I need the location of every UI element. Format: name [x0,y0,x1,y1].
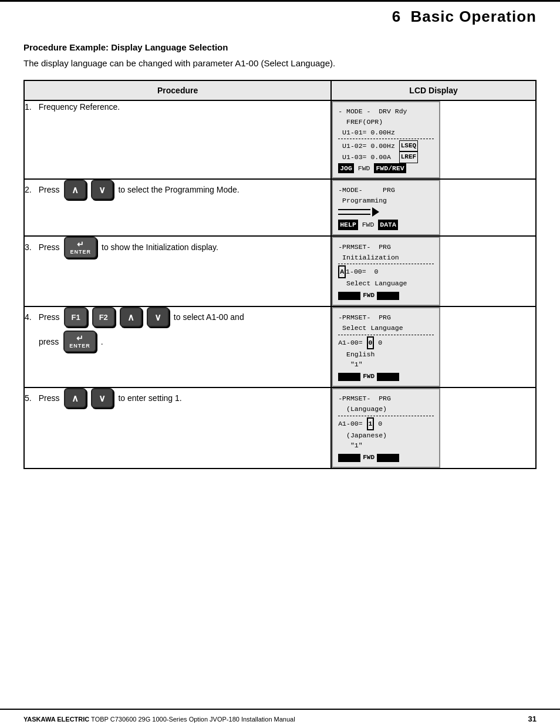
lcd-display-3: -PRMSET- PRG Initialization A1-00= 0 Sel… [332,237,440,306]
lcd-line: -PRMSET- PRG [338,312,434,323]
lcd-line: (Japanese) [338,430,434,441]
lcd-arrow-row [338,207,434,217]
lcd-divider [338,335,434,335]
lcd-display-2: -MODE- PRG Programming HELP FWD DATA [332,180,440,235]
step-2-procedure: 2. Press ∧ ∨ to select the Programming M… [24,179,331,235]
lcd-bottom: FWD [338,453,434,463]
lcd-line-graphic [338,209,370,210]
lcd-display-1: - MODE - DRV Rdy FREF(OPR) U1-01= 0.00Hz… [332,101,440,178]
procedure-table: Procedure LCD Display 1. Frequency Refer… [23,80,537,469]
lcd-line: A1-00= 0 0 [338,336,434,349]
lcd-fwd-text: FWD [363,372,375,382]
lcd-lines [338,209,370,215]
step-5-line: 5. Press ∧ ∨ to enter setting 1. [25,388,330,408]
step-3-text: to show the Initialization display. [102,241,218,254]
lcd-triangle-icon [372,207,379,217]
enter-key-2[interactable]: ↵ ENTER [63,331,96,352]
lcd-black-square [338,373,360,381]
step-1-procedure: 1. Frequency Reference. [24,100,331,179]
lcd-line: English [338,349,434,360]
enter-label: ENTER [70,249,91,255]
table-row: 3. Press ↵ ENTER to show the Initializat… [24,236,536,306]
up-arrow-key-3[interactable]: ∧ [64,388,86,408]
lcd-line: Select Language [338,323,434,333]
step-2-text: to select the Programming Mode. [118,184,239,196]
lcd-divider [338,416,434,416]
col-header-lcd: LCD Display [331,80,536,100]
lcd-line: -PRMSET- PRG [338,242,434,252]
lcd-line: A1-00= 0 [338,265,434,278]
down-arrow-key-2[interactable]: ∨ [147,307,169,327]
down-arrow-key-3[interactable]: ∨ [91,388,113,408]
footer-page-number: 31 [528,714,537,723]
lcd-divider [338,264,434,264]
step-5-text: to enter setting 1. [118,392,181,405]
step-3-press: Press [39,241,60,254]
up-arrow-key-2[interactable]: ∧ [120,307,142,327]
intro-text: The display language can be changed with… [23,58,537,68]
enter-key[interactable]: ↵ ENTER [64,237,97,258]
lcd-display-5: -PRMSET- PRG (Language) A1-00= 1 0 (Japa… [332,388,440,468]
table-row: 2. Press ∧ ∨ to select the Programming M… [24,179,536,235]
step-4-num: 4. [25,311,32,323]
lcd-fwd-text: FWD [363,291,375,301]
lcd-line: Initialization [338,252,434,263]
step-4-lcd: -PRMSET- PRG Select Language A1-00= 0 0 … [331,306,536,387]
lcd-line-graphic [338,214,370,215]
page-header: 6 Basic Operation [0,0,560,31]
lcd-line: -MODE- PRG [338,185,434,196]
col-header-procedure: Procedure [24,80,331,100]
page-title: 6 Basic Operation [392,8,537,26]
lcd-line: A1-00= 1 0 [338,417,434,430]
lcd-line: U1-02= 0.00Hz LSEQ [338,140,434,151]
lcd-black-square [338,454,360,462]
lcd-line: JOG FWD FWD/REV [338,163,434,174]
enter-arrow-icon-2: ↵ [76,334,83,342]
down-arrow-key[interactable]: ∨ [91,180,113,200]
lcd-line: Programming [338,196,434,206]
enter-label-2: ENTER [69,343,90,349]
lcd-black-square [338,292,360,300]
lcd-line: (Language) [338,404,434,414]
footer-company: YASKAWA ELECTRIC [23,716,89,723]
footer-doc: TOBP C730600 29G 1000-Series Option JVOP… [89,716,295,723]
step-1-num: 1. [25,101,32,113]
lcd-black-square [377,373,399,381]
step-4-text: to select A1-00 and [174,311,244,323]
step-3-num: 3. [25,241,32,254]
lcd-line: HELP FWD DATA [338,220,434,230]
lcd-display-4: -PRMSET- PRG Select Language A1-00= 0 0 … [332,307,440,387]
step-1-text: Frequency Reference. [39,101,120,113]
step-4-press2: press [39,337,59,346]
enter-arrow-icon: ↵ [77,240,84,248]
lcd-line: -PRMSET- PRG [338,393,434,404]
lcd-line: U1-01= 0.00Hz [338,127,434,138]
step-5-lcd: -PRMSET- PRG (Language) A1-00= 1 0 (Japa… [331,387,536,469]
step-4-line: 4. Press F1 F2 ∧ ∨ to select A1-00 and [25,307,330,327]
table-row: 1. Frequency Reference. - MODE - DRV Rdy… [24,100,536,179]
lcd-line: Select Language [338,278,434,289]
step-3-procedure: 3. Press ↵ ENTER to show the Initializat… [24,236,331,306]
lcd-black-square [377,454,399,462]
table-row: 4. Press F1 F2 ∧ ∨ to select A1-00 and p… [24,306,536,387]
lcd-bottom: FWD [338,291,434,301]
step-1-lcd: - MODE - DRV Rdy FREF(OPR) U1-01= 0.00Hz… [331,100,536,179]
step-4-period: . [101,337,103,346]
lcd-line: FREF(OPR) [338,117,434,127]
f2-key[interactable]: F2 [92,307,115,327]
lcd-line: - MODE - DRV Rdy [338,106,434,117]
section-title: Procedure Example: Display Language Sele… [23,42,537,52]
page-footer: YASKAWA ELECTRIC TOBP C730600 29G 1000-S… [0,709,560,728]
lcd-black-square [377,292,399,300]
step-4-second-line: press ↵ ENTER . [25,331,330,352]
lcd-divider [338,139,434,139]
main-content: Procedure Example: Display Language Sele… [0,31,560,481]
lcd-line: U1-03= 0.00A LREF [338,151,434,163]
f1-key[interactable]: F1 [64,307,87,327]
up-arrow-key[interactable]: ∧ [64,180,86,200]
step-3-lcd: -PRMSET- PRG Initialization A1-00= 0 Sel… [331,236,536,306]
step-2-line: 2. Press ∧ ∨ to select the Programming M… [25,180,330,200]
step-2-num: 2. [25,184,32,196]
lcd-fwd-text: FWD [363,453,375,463]
step-2-press: Press [39,184,60,196]
